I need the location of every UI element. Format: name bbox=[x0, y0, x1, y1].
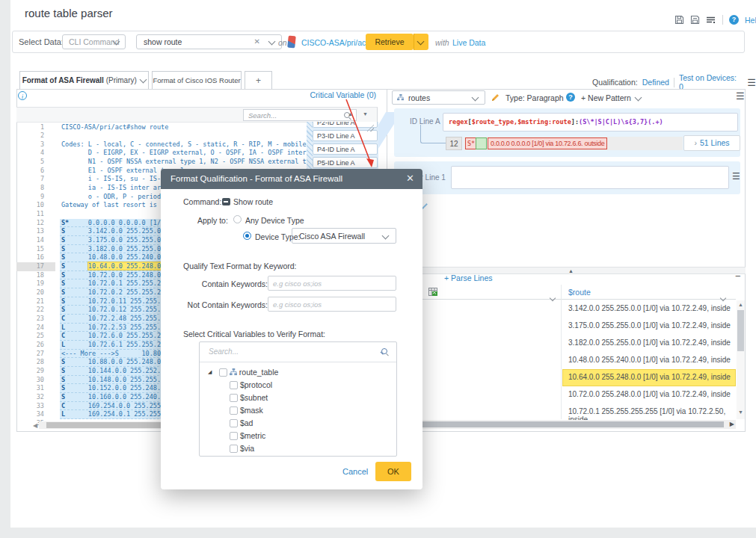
table-row[interactable]: 3.142.0.0 255.255.0.0 [1/0] via 10.72.2.… bbox=[387, 300, 736, 318]
device-type-radio[interactable] bbox=[243, 232, 251, 240]
table-row[interactable]: 10.72.0.0 255.248.0.0 [1/0] via 10.72.2.… bbox=[387, 386, 736, 404]
any-device-radio[interactable] bbox=[233, 215, 242, 223]
tree-root-checkbox[interactable] bbox=[219, 368, 227, 377]
line-number: 10 bbox=[16, 201, 55, 210]
table-row[interactable]: 10.72.0.1 255.255.255.255 [1/0] via 10.7… bbox=[387, 404, 736, 421]
save-icon[interactable] bbox=[674, 15, 684, 25]
tree-item[interactable]: $protocol bbox=[230, 380, 272, 389]
line-number: 28 bbox=[16, 358, 55, 367]
menu-icon[interactable]: ☰ bbox=[747, 77, 756, 88]
search-prev-icon[interactable]: ▲ bbox=[348, 111, 353, 117]
tree-item[interactable]: $subnet bbox=[230, 393, 268, 402]
help-icon[interactable]: ? bbox=[729, 15, 739, 25]
variable-label: $via bbox=[238, 444, 254, 453]
device-link[interactable]: CISCO-ASA/pri/act bbox=[301, 38, 368, 47]
splitter-bar[interactable]: ▲ bbox=[387, 267, 746, 274]
data-type-select[interactable]: CLI Command bbox=[62, 34, 126, 49]
tab-format-cisco-ios-router[interactable]: Format of Cisco IOS Router bbox=[152, 71, 242, 89]
retrieve-button[interactable]: Retrieve bbox=[366, 34, 414, 50]
variable-label: $metric bbox=[238, 431, 265, 440]
contain-keywords-input[interactable]: e.g cisco os;ios bbox=[268, 276, 396, 291]
variable-checkbox[interactable] bbox=[230, 445, 238, 453]
select-critical-label: Select Critical Variables to Verify Form… bbox=[183, 330, 325, 338]
var-line-input[interactable] bbox=[451, 166, 729, 189]
retrieve-dropdown[interactable] bbox=[414, 34, 428, 50]
var-line-menu-icon[interactable]: ☰ bbox=[732, 171, 740, 182]
command-input[interactable]: show route ✕ bbox=[136, 34, 282, 49]
tree-item[interactable]: $via bbox=[230, 444, 254, 453]
tree-icon bbox=[397, 94, 404, 101]
table-variable-icon bbox=[428, 288, 437, 296]
on-label: on bbox=[278, 38, 287, 47]
device-type-select[interactable]: Cisco ASA Firewall bbox=[292, 228, 396, 244]
variable-checkbox[interactable] bbox=[230, 394, 238, 402]
tab-format-asa-firewall[interactable]: Format of ASA Firewall (Primary) bbox=[19, 71, 149, 89]
pattern-line-item[interactable]: P3-ID Line A bbox=[313, 130, 378, 141]
not-contain-keywords-input[interactable]: e.g cisco os;ios bbox=[268, 297, 396, 312]
collapse-section-icon[interactable]: − bbox=[735, 270, 741, 282]
tree-item[interactable]: $ad bbox=[230, 418, 253, 427]
live-data-link[interactable]: Live Data bbox=[452, 38, 485, 47]
format-qualification-dialog: Format Qualification - Format of ASA Fir… bbox=[161, 169, 422, 489]
pattern-line-item[interactable]: P5-ID Line A bbox=[313, 157, 378, 168]
command-value: Show route bbox=[233, 197, 273, 206]
page-title: route table parser bbox=[25, 7, 113, 19]
table-row[interactable]: 3.182.0.0 255.255.0.0 [1/0] via 10.72.2.… bbox=[387, 335, 736, 352]
edit-icon[interactable] bbox=[491, 93, 500, 102]
tree-expander-icon[interactable]: ◢ bbox=[208, 369, 212, 375]
line-number: 8 bbox=[16, 184, 55, 193]
pattern-menu-icon[interactable]: ☰ bbox=[736, 90, 745, 102]
line-number: 3 bbox=[16, 140, 55, 149]
table-row[interactable]: 10.48.0.0 255.240.0.0 [1/0] via 10.72.2.… bbox=[387, 352, 736, 369]
line-number: 5 bbox=[16, 158, 55, 167]
connector-line bbox=[420, 125, 446, 143]
cancel-button[interactable]: Cancel bbox=[342, 467, 368, 476]
line-number: 16 bbox=[16, 253, 55, 262]
editor-search-input[interactable]: Search... bbox=[243, 109, 357, 121]
search-next-icon[interactable]: ▼ bbox=[363, 111, 368, 117]
list-icon[interactable] bbox=[706, 16, 716, 25]
variable-search-box[interactable]: Search... ◢ route_table $protocol $subne… bbox=[199, 341, 397, 457]
tree-item[interactable]: $metric bbox=[230, 431, 265, 440]
variable-checkbox[interactable] bbox=[230, 406, 238, 415]
variable-checkbox[interactable] bbox=[230, 419, 238, 427]
with-label: with bbox=[435, 38, 449, 47]
match-route-chip: 0.0.0.0 0.0.0.0 [1/0] via 10.72.6.6. out… bbox=[488, 137, 607, 149]
line-number: 31 bbox=[16, 384, 55, 393]
tree-icon bbox=[230, 368, 237, 376]
parse-lines-button[interactable]: + Parse Lines bbox=[444, 273, 493, 282]
variable-checkbox[interactable] bbox=[230, 381, 238, 389]
command-label: Command: bbox=[183, 197, 221, 206]
save-as-icon[interactable] bbox=[690, 15, 700, 25]
column-route[interactable]: $route bbox=[568, 288, 591, 297]
dialog-header[interactable]: Format Qualification - Format of ASA Fir… bbox=[161, 169, 422, 189]
tree-item[interactable]: $mask bbox=[230, 406, 263, 415]
help-tooltip-icon[interactable]: ? bbox=[566, 93, 575, 102]
help-button[interactable]: Help bbox=[745, 16, 756, 25]
critical-variable-link[interactable]: Critical Variable (0) bbox=[284, 90, 376, 99]
line-number: 23 bbox=[16, 315, 55, 324]
lines-count-button[interactable]: ›51 Lines bbox=[683, 135, 740, 151]
close-icon[interactable]: ✕ bbox=[406, 173, 414, 184]
new-pattern-button[interactable]: + New Pattern bbox=[581, 93, 641, 102]
tree-root-row[interactable]: ◢ route_table bbox=[219, 368, 278, 377]
regex-input[interactable]: regex[$route_type,$mstring:route]:(S\*|S… bbox=[443, 113, 738, 132]
clear-icon[interactable]: ✕ bbox=[254, 37, 260, 46]
line-number: 33 bbox=[16, 402, 55, 411]
ok-button[interactable]: OK bbox=[375, 462, 411, 481]
table-row[interactable]: 3.175.0.0 255.255.0.0 [1/0] via 10.72.2.… bbox=[387, 318, 736, 335]
pattern-line-item[interactable]: P4-ID Line A bbox=[313, 143, 378, 155]
type-label: Type: Paragraph bbox=[505, 93, 564, 102]
table-vertical-scrollbar[interactable]: ▲ ▼ bbox=[737, 300, 745, 419]
tab-add[interactable]: + bbox=[245, 71, 272, 89]
apply-to-label: Apply to: bbox=[197, 216, 228, 225]
table-horizontal-scrollbar[interactable]: ▶ bbox=[387, 420, 736, 429]
line-number: 2 bbox=[16, 132, 55, 140]
info-icon[interactable]: i bbox=[18, 91, 27, 100]
line-number: 21 bbox=[16, 297, 55, 306]
variable-checkbox[interactable] bbox=[230, 432, 238, 440]
variable-select[interactable]: routes bbox=[392, 90, 485, 105]
resize-handle-icon[interactable] bbox=[367, 125, 374, 132]
qualification-value[interactable]: Defined bbox=[642, 78, 669, 87]
table-row[interactable]: 10.64.0.0 255.248.0.0 [1/0] via 10.72.2.… bbox=[387, 369, 736, 386]
